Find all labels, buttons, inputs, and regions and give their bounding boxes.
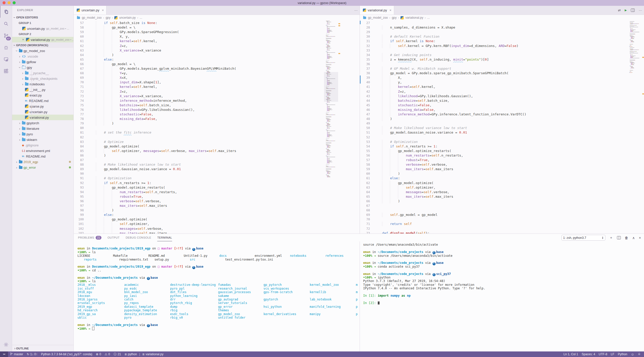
outline-section-header[interactable]: ›OUTLINE	[12, 345, 73, 351]
more-actions-icon[interactable]: ···	[639, 8, 642, 12]
maximize-window-button[interactable]	[13, 1, 16, 4]
tree-item-__init__.py[interactable]: __init__.py	[12, 87, 73, 92]
panel-tab-debug-console[interactable]: DEBUG CONSOLE	[126, 234, 151, 241]
statusbar-sync[interactable]: ↻1↓ 0↑	[25, 351, 39, 357]
breadcrumb-item[interactable]: gp_model_zoo	[82, 16, 102, 19]
breadcrumb-item[interactable]: variational.py	[405, 16, 423, 19]
more-actions-icon[interactable]: ···	[354, 8, 358, 12]
breadcrumb-item[interactable]: gpy	[105, 16, 110, 19]
close-window-button[interactable]	[3, 1, 6, 4]
tree-item-.gitignore[interactable]: ◆.gitignore	[12, 142, 73, 148]
terminal-left[interactable]: eman in Documents/code_projects/2019_egp…	[74, 241, 360, 351]
chevron-right-icon[interactable]: ›	[15, 166, 18, 169]
minimize-window-button[interactable]	[8, 1, 11, 4]
statusbar-indentation[interactable]: Spaces: 4	[580, 352, 597, 356]
breadcrumb-item[interactable]: ...	[140, 16, 142, 19]
statusbar-feedback[interactable]: ☺	[629, 352, 636, 356]
statusbar-problems-infos[interactable]: ⓘ21	[112, 351, 123, 357]
breadcrumb-item[interactable]: ...	[427, 16, 430, 19]
tree-item-pyro[interactable]: ›pyro	[12, 131, 73, 137]
activitybar-item-search[interactable]	[0, 18, 12, 30]
split-terminal-icon[interactable]	[617, 236, 621, 239]
activitybar-item-remote-explorer[interactable]	[0, 53, 12, 65]
tree-item-uncertain.py[interactable]: uncertain.py	[12, 109, 73, 115]
breadcrumb-left[interactable]: gp_model_zoo›gpy›uncertain.py›...	[74, 15, 360, 20]
tree-item-exact.py[interactable]: exact.py	[12, 92, 73, 98]
minimap-slider[interactable]	[324, 72, 338, 102]
breadcrumb-item[interactable]: uncertain.py	[119, 16, 136, 19]
tab-uncertain-py[interactable]: uncertain.py ×	[74, 6, 106, 15]
tree-item-2019_egp[interactable]: ›2019_egp	[12, 159, 73, 165]
tree-item-literature[interactable]: ›literature	[12, 126, 73, 131]
activitybar-item-settings[interactable]	[0, 339, 12, 350]
terminal-right[interactable]: source /Users/eman/anaconda3/bin/activat…	[360, 241, 644, 351]
activitybar-item-explorer[interactable]	[0, 6, 12, 18]
statusbar-language-mode[interactable]: Python	[616, 352, 629, 356]
chevron-right-icon[interactable]: ›	[18, 132, 21, 136]
tree-item-sklearn[interactable]: ›sklearn	[12, 137, 73, 142]
chevron-right-icon[interactable]: ›	[21, 82, 24, 86]
activitybar-item-extensions[interactable]	[0, 65, 12, 77]
tab-variational-py[interactable]: variational.py ×	[360, 6, 394, 15]
open-editor-item-uncertain.py[interactable]: uncertain.pygp_model_zoo • ...	[12, 26, 73, 31]
breadcrumb-item[interactable]: gpy	[392, 16, 396, 19]
chevron-right-icon[interactable]: ›	[15, 160, 18, 164]
minimap[interactable]	[628, 20, 642, 75]
chevron-right-icon[interactable]: ›	[18, 138, 21, 142]
remote-indicator[interactable]: ><	[0, 351, 8, 357]
activitybar-item-source-control[interactable]: 67	[0, 30, 12, 41]
close-panel-icon[interactable]: ×	[639, 236, 641, 240]
chevron-right-icon[interactable]: ›	[21, 71, 24, 75]
open-editor-item-variational.py[interactable]: ×variational.pygp_model_zoo • ...	[12, 37, 73, 42]
statusbar-selection-kind[interactable]: ≣python	[123, 351, 139, 357]
close-icon[interactable]: ×	[22, 38, 25, 41]
chevron-down-icon[interactable]: ›	[15, 49, 19, 52]
tree-item-README.md[interactable]: M↓README.md	[12, 154, 73, 159]
tree-item-gp_error[interactable]: ›gp_error	[12, 165, 73, 170]
kill-terminal-icon[interactable]: 🗑	[625, 236, 628, 240]
open-changes-icon[interactable]: ⇄	[618, 8, 621, 12]
activitybar-item-debug[interactable]	[0, 41, 12, 53]
window-controls[interactable]	[3, 1, 16, 4]
tree-item-notebooks[interactable]: ›notebooks	[12, 81, 73, 87]
tree-item-gpy[interactable]: ›gpy	[12, 65, 73, 70]
statusbar-problems-warnings[interactable]: ⚠0	[103, 351, 112, 357]
chevron-right-icon[interactable]: ›	[21, 77, 24, 81]
breadcrumb-item[interactable]: gp_model_zoo	[368, 16, 388, 19]
tree-item-.vscode[interactable]: ›❮❯.vscode	[12, 54, 73, 59]
tree-item-sparse.py[interactable]: sparse.py	[12, 104, 73, 109]
tree-item-environment.yml[interactable]: {..}environment.yml	[12, 148, 73, 154]
maximize-panel-icon[interactable]: ∧	[632, 236, 635, 240]
statusbar-eol[interactable]: LF	[609, 352, 616, 356]
statusbar-git-branch[interactable]: master	[8, 351, 25, 357]
chevron-right-icon[interactable]: ›	[18, 60, 21, 64]
close-tab-icon[interactable]: ×	[102, 8, 104, 12]
tree-item-gpflow[interactable]: ›gpflow	[12, 59, 73, 65]
chevron-right-icon[interactable]: ›	[18, 55, 21, 58]
tree-item-README.md[interactable]: M↓README.md	[12, 98, 73, 104]
panel-tab-output[interactable]: OUTPUT	[108, 234, 120, 241]
tree-item-gp_model_zoo[interactable]: ›gp_model_zoo	[12, 48, 73, 54]
statusbar-active-file[interactable]: ≣variational.py	[141, 351, 165, 357]
terminal-picker-dropdown[interactable]: 1: zsh, python3.7 ▲▼	[561, 235, 605, 241]
chevron-right-icon[interactable]: ›	[18, 121, 21, 125]
chevron-right-icon[interactable]: ›	[18, 127, 21, 131]
panel-tab-problems[interactable]: PROBLEMS21	[78, 234, 101, 241]
statusbar-cursor-position[interactable]: Ln 1, Col 1	[562, 352, 580, 356]
tree-item-variational.py[interactable]: variational.py	[12, 115, 73, 120]
open-editors-header[interactable]: ›OPEN EDITORS	[12, 15, 73, 20]
statusbar-python-interpreter[interactable]: Python 3.7.3 64-bit ('sci_py37': conda)	[39, 351, 94, 357]
tree-item-gpytorch[interactable]: ›gpytorch	[12, 120, 73, 126]
chevron-down-icon[interactable]: ›	[18, 66, 22, 69]
panel-tab-terminal[interactable]: TERMINAL	[157, 234, 172, 241]
tree-item-__pycache__[interactable]: ›__pycache__	[12, 70, 73, 76]
statusbar-problems-errors[interactable]: ⊗0	[94, 351, 103, 357]
workspace-section-header[interactable]: ›GPZOO (WORKSPACE)	[12, 42, 73, 48]
breadcrumb-right[interactable]: gp_model_zoo›gpy›variational.py›...	[360, 15, 644, 20]
statusbar-notifications[interactable]	[636, 352, 642, 356]
tree-item-.ipynb_checkpoints[interactable]: ›.ipynb_checkpoints	[12, 76, 73, 81]
close-tab-icon[interactable]: ×	[390, 8, 392, 12]
run-python-file-icon[interactable]: ▶	[625, 9, 627, 12]
minimap[interactable]	[324, 20, 338, 179]
code-editor-variational[interactable]: 2728 n_samples, d_dimensions = X.shape29…	[360, 20, 644, 234]
